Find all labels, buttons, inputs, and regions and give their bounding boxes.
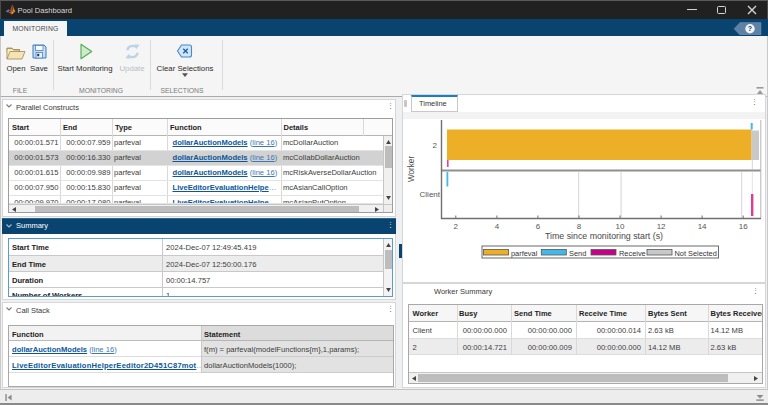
svg-text:Not Selected: Not Selected: [675, 249, 717, 258]
svg-text:2: 2: [433, 141, 438, 150]
svg-text:?: ?: [748, 25, 752, 32]
svg-text:Worker: Worker: [407, 156, 416, 183]
svg-text:Send: Send: [569, 249, 586, 258]
svg-text:Receive: Receive: [619, 249, 646, 258]
svg-text:parfeval: parfeval: [511, 249, 538, 258]
svg-text:4: 4: [495, 222, 500, 231]
svg-text:6: 6: [536, 222, 541, 231]
svg-text:Time since monitoring start (s: Time since monitoring start (s): [545, 231, 663, 241]
svg-text:14: 14: [698, 222, 707, 231]
svg-text:16: 16: [739, 222, 748, 231]
svg-text:Client: Client: [420, 190, 441, 199]
svg-text:2: 2: [454, 222, 459, 231]
